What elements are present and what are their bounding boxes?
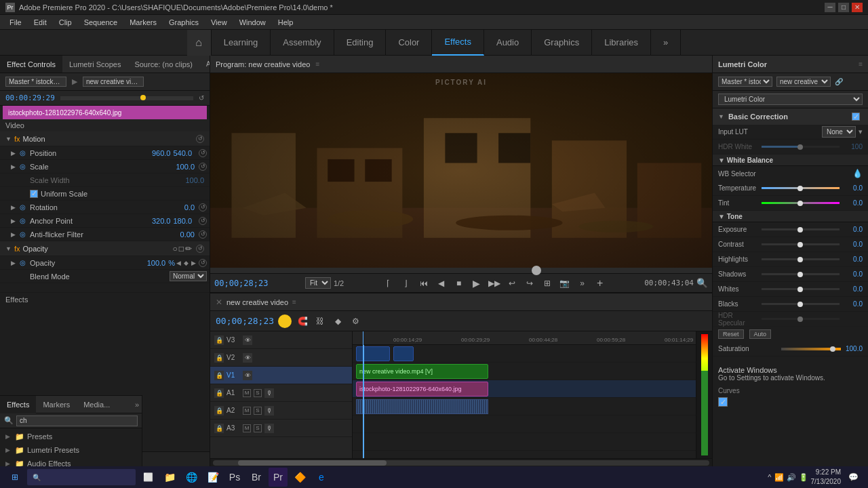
saturation-slider[interactable] (781, 348, 842, 350)
tray-arrow[interactable]: ^ (768, 473, 771, 481)
input-lut-select[interactable]: None (822, 126, 856, 138)
menu-view[interactable]: View (205, 17, 233, 28)
timeline-timecode[interactable]: 00;00;28;23 (216, 316, 274, 326)
program-timecode[interactable]: 00;00;28;23 (214, 279, 268, 288)
opacity-val[interactable]: 100.0 (138, 259, 165, 267)
whites-slider[interactable] (762, 288, 840, 290)
tab-audio[interactable]: Audio (484, 30, 532, 56)
scale-expand[interactable]: ▶ (11, 163, 18, 170)
kf-prev[interactable]: ◀ (176, 260, 181, 266)
taskbar-premiere[interactable]: Pr (269, 468, 288, 487)
pen-icon[interactable]: ✏ (185, 244, 192, 253)
opacity-section-header[interactable]: ▼ fx Opacity ○ □ ✏ ↺ (0, 241, 210, 256)
tab-audio-mixer[interactable]: Audio Clip Mixer… (199, 56, 210, 73)
lumetri-presets-item[interactable]: ▶ 📁 Lumetri Presets (0, 443, 142, 457)
track-row-v2[interactable]: new creative video.mp4 [V] (353, 363, 696, 380)
fit-select[interactable]: Fit (305, 277, 331, 289)
rect-icon[interactable]: □ (179, 244, 184, 253)
track-row-a3[interactable] (353, 433, 696, 451)
kf-next[interactable]: ▶ (191, 260, 196, 266)
position-reset[interactable]: ↺ (199, 149, 207, 157)
taskbar-chrome[interactable]: 🌐 (182, 468, 201, 487)
tab-editing[interactable]: Editing (334, 30, 387, 56)
a3-s-btn[interactable]: S (254, 424, 262, 432)
tl-unlink-btn[interactable]: ⛓ (313, 314, 327, 328)
tl-scroll-thumb[interactable] (238, 460, 387, 466)
tray-battery[interactable]: 🔋 (799, 473, 808, 482)
a1-lock-btn[interactable]: 🔒 (214, 388, 224, 398)
close-button[interactable]: ✕ (852, 3, 863, 12)
taskbar-vscode[interactable]: 📝 (203, 468, 222, 487)
tab-effect-controls[interactable]: Effect Controls (0, 56, 62, 73)
v3-eye-btn[interactable]: 👁 (243, 336, 252, 345)
tl-snap-btn[interactable]: 🧲 (296, 314, 309, 328)
temperature-slider[interactable] (762, 187, 840, 189)
bc-enabled-checkbox[interactable]: ✓ (852, 113, 860, 121)
loop-in-btn[interactable]: ↩ (505, 276, 519, 291)
add-btn[interactable]: + (593, 276, 608, 291)
tab-effects[interactable]: Effects (432, 30, 484, 56)
tray-volume[interactable]: 🔊 (787, 473, 796, 482)
effects-panel-more[interactable]: » (135, 401, 139, 409)
menu-graphics[interactable]: Graphics (163, 17, 204, 28)
eyedropper-icon[interactable]: 💧 (852, 169, 863, 178)
tab-learning[interactable]: Learning (212, 30, 271, 56)
tab-assembly[interactable]: Assembly (271, 30, 334, 56)
zoom-icon[interactable]: 🔍 (696, 278, 708, 288)
mark-out-btn[interactable]: ⌋ (399, 276, 414, 291)
blacks-slider[interactable] (762, 303, 840, 305)
rotation-expand[interactable]: ▶ (11, 204, 18, 211)
a1-m-btn[interactable]: M (243, 389, 251, 397)
v3-clip-1[interactable] (356, 346, 390, 361)
rotation-reset[interactable]: ↺ (199, 203, 207, 211)
step-fwd-btn[interactable]: ▶▶ (487, 276, 502, 291)
a3-mic-btn[interactable]: 🎙 (264, 424, 274, 433)
lumetri-seq-dropdown[interactable]: new creative v... (776, 77, 831, 87)
insert-btn[interactable]: ⊞ (540, 276, 555, 291)
exposure-slider[interactable] (762, 228, 840, 230)
mark-in-btn[interactable]: ⌈ (381, 276, 396, 291)
input-lut-menu[interactable]: ▾ (859, 127, 863, 136)
hdr-white-slider[interactable] (762, 146, 840, 148)
tab-lumetri-scopes[interactable]: Lumetri Scopes (62, 56, 127, 73)
kf-add[interactable]: ◆ (184, 260, 189, 266)
taskbar-photoshop[interactable]: Ps (225, 468, 244, 487)
audio-effects-item[interactable]: ▶ 📁 Audio Effects (0, 457, 142, 466)
menu-markers[interactable]: Markers (124, 17, 162, 28)
track-row-a2[interactable] (353, 415, 696, 433)
frame-back-btn[interactable]: ◀ (434, 276, 449, 291)
menu-file[interactable]: File (4, 17, 27, 28)
master-dropdown[interactable]: Master * istockphoto-128... (5, 77, 66, 87)
taskbar-clock[interactable]: 9:22 PM 7/13/2020 (811, 468, 842, 487)
eff-tab-effects[interactable]: Effects (0, 396, 36, 413)
curves-enable-checkbox[interactable]: ✓ (718, 397, 728, 407)
taskbar-bridge[interactable]: Br (247, 468, 266, 487)
bc-reset-btn[interactable]: Reset (718, 329, 744, 339)
scale-reset[interactable]: ↺ (199, 163, 207, 171)
home-button[interactable]: ⌂ (187, 30, 212, 56)
basic-correction-header[interactable]: ▼ Basic Correction ✓ (713, 108, 868, 125)
sequence-dropdown[interactable]: new creative video * is... (83, 77, 144, 87)
a2-lock-btn[interactable]: 🔒 (214, 406, 224, 415)
contrast-slider[interactable] (762, 243, 840, 245)
tint-slider[interactable] (762, 202, 840, 204)
timeline-scrollbar[interactable] (210, 458, 712, 466)
anchor-expand[interactable]: ▶ (11, 218, 18, 224)
opacity-expand[interactable]: ▶ (11, 260, 18, 266)
menu-help[interactable]: Help (273, 17, 299, 28)
taskbar-app7[interactable]: 🔶 (290, 468, 309, 487)
position-expand[interactable]: ▶ (11, 150, 18, 157)
track-row-v3[interactable] (353, 345, 696, 363)
uniform-scale-checkbox[interactable]: ✓ (30, 190, 38, 198)
a3-m-btn[interactable]: M (243, 424, 251, 432)
anti-flicker-reset[interactable]: ↺ (199, 230, 207, 239)
taskbar-fileexplorer[interactable]: 📁 (160, 468, 179, 487)
maximize-button[interactable]: □ (838, 3, 849, 12)
tl-add-marker-btn[interactable]: ◆ (331, 314, 344, 328)
v1-eye-btn[interactable]: 👁 (243, 371, 252, 380)
play-btn[interactable]: ▶ (469, 276, 484, 291)
shadows-slider[interactable] (762, 273, 840, 275)
v3-lock-btn[interactable]: 🔒 (214, 336, 224, 345)
timeline-menu-icon[interactable]: ≡ (292, 298, 296, 306)
lumetri-master-dropdown[interactable]: Master * istockp... (718, 77, 772, 87)
